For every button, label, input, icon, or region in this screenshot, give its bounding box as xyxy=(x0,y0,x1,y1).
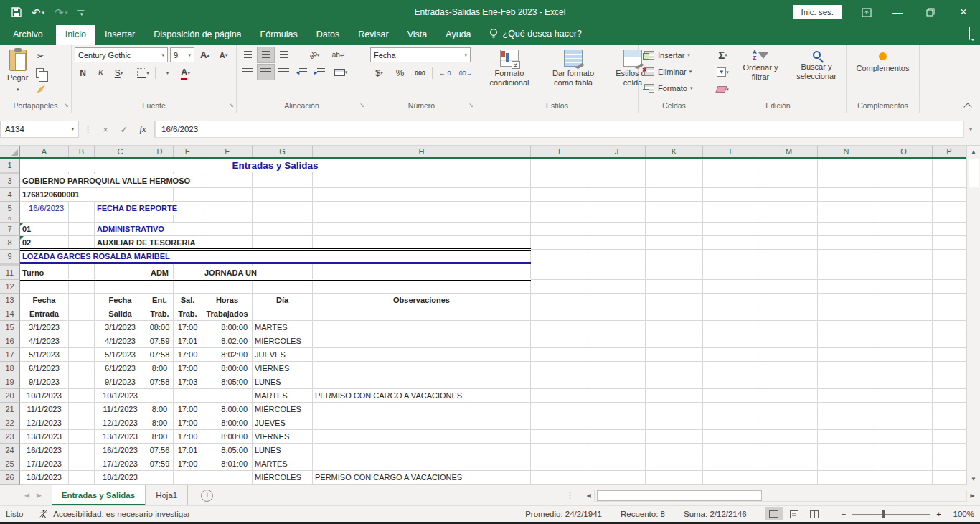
cell-I19[interactable] xyxy=(531,375,588,389)
drag-handle-icon[interactable]: ⋮ xyxy=(79,125,97,134)
cell-B15[interactable] xyxy=(69,321,95,334)
cell-J4[interactable] xyxy=(588,188,646,202)
cell-G23[interactable]: VIERNES xyxy=(253,430,313,444)
column-header-B[interactable]: B xyxy=(69,146,95,157)
cell-A4[interactable]: 1768120600001 xyxy=(20,188,146,202)
cell-I6[interactable] xyxy=(531,215,588,223)
cell-P8[interactable] xyxy=(933,236,966,250)
cell-K14[interactable] xyxy=(646,307,703,321)
cell-H20[interactable]: PERMISO CON CARGO A VACACIONES xyxy=(313,389,531,403)
cell-D13[interactable]: Ent. xyxy=(146,294,174,307)
scroll-up-arrow[interactable]: ▲ xyxy=(968,146,980,158)
cell-P11[interactable] xyxy=(933,266,966,280)
cell-L17[interactable] xyxy=(703,348,760,362)
cell-O26[interactable] xyxy=(875,471,933,485)
row-header-1[interactable]: 1 xyxy=(0,159,20,172)
cell-J21[interactable] xyxy=(588,403,646,416)
cell-H12[interactable] xyxy=(313,280,531,294)
cell-O25[interactable] xyxy=(875,457,933,471)
cell-D16[interactable]: 07:59 xyxy=(146,334,174,348)
cell-E26[interactable] xyxy=(174,471,202,485)
decrease-decimal-button[interactable]: .00→ xyxy=(457,65,473,80)
zoom-in-button[interactable]: + xyxy=(936,510,941,518)
cell-L13[interactable] xyxy=(703,294,760,307)
cell-I5[interactable] xyxy=(531,202,588,215)
cell-E25[interactable]: 17:00 xyxy=(174,457,202,471)
zoom-slider-thumb[interactable] xyxy=(882,510,885,518)
cell-P21[interactable] xyxy=(933,403,966,416)
cell-B12[interactable] xyxy=(69,280,95,294)
cell-J1[interactable] xyxy=(588,159,646,172)
row-header-17[interactable]: 17 xyxy=(0,348,20,362)
cell-D23[interactable]: 8:00 xyxy=(146,430,174,444)
cell-I8[interactable] xyxy=(531,236,588,250)
grow-font-button[interactable]: A▴ xyxy=(197,47,213,62)
align-bottom-button[interactable] xyxy=(275,47,292,62)
cell-A3[interactable]: GOBIERNO PARROQUIAL VALLE HERMOSO xyxy=(20,174,202,188)
cell-G24[interactable]: LUNES xyxy=(253,444,313,457)
tab-ayuda[interactable]: Ayuda xyxy=(436,25,480,45)
cell-H7[interactable] xyxy=(313,223,531,236)
cell-J11[interactable] xyxy=(588,266,646,280)
cell-N12[interactable] xyxy=(818,280,875,294)
cell-F22[interactable]: 8:00:00 xyxy=(202,416,253,430)
close-button[interactable]: × xyxy=(947,0,980,24)
scroll-down-arrow[interactable]: ▼ xyxy=(968,473,980,485)
cell-L4[interactable] xyxy=(703,188,760,202)
cell-K11[interactable] xyxy=(646,266,703,280)
cell-N13[interactable] xyxy=(818,294,875,307)
cell-J14[interactable] xyxy=(588,307,646,321)
cell-A21[interactable]: 11/1/2023 xyxy=(20,403,69,416)
cell-P4[interactable] xyxy=(933,188,966,202)
column-header-P[interactable]: P xyxy=(933,146,966,157)
cell-L14[interactable] xyxy=(703,307,760,321)
cell-J6[interactable] xyxy=(588,215,646,223)
font-name-combo[interactable]: Century Gothic▾ xyxy=(75,47,168,62)
column-header-L[interactable]: L xyxy=(703,146,760,157)
cell-E21[interactable]: 17:00 xyxy=(174,403,202,416)
cell-G22[interactable]: JUEVES xyxy=(253,416,313,430)
underline-button[interactable]: S▾ xyxy=(110,65,127,80)
cell-P20[interactable] xyxy=(933,389,966,403)
column-header-G[interactable]: G xyxy=(253,146,313,157)
cell-C12[interactable] xyxy=(95,280,146,294)
cell-P18[interactable] xyxy=(933,362,966,375)
cell-H17[interactable] xyxy=(313,348,531,362)
minimize-button[interactable]: — xyxy=(881,0,914,24)
cell-B17[interactable] xyxy=(69,348,95,362)
row-header-5[interactable]: 5 xyxy=(0,202,20,215)
cell-N25[interactable] xyxy=(818,457,875,471)
cell-A17[interactable]: 5/1/2023 xyxy=(20,348,69,362)
row-header-18[interactable]: 18 xyxy=(0,362,20,375)
cell-C19[interactable]: 9/1/2023 xyxy=(95,375,146,389)
cell-H13[interactable]: Observaciones xyxy=(313,294,531,307)
zoom-slider[interactable] xyxy=(852,514,930,515)
cell-F7[interactable] xyxy=(202,223,253,236)
horizontal-scrollbar[interactable]: ◀ ▶ xyxy=(583,485,978,505)
redo-button[interactable]: ↷▾ xyxy=(55,7,67,18)
cell-A22[interactable]: 12/1/2023 xyxy=(20,416,69,430)
cell-O3[interactable] xyxy=(875,174,933,188)
cell-J7[interactable] xyxy=(588,223,646,236)
cell-D20[interactable] xyxy=(146,389,174,403)
column-header-M[interactable]: M xyxy=(760,146,818,157)
cell-O5[interactable] xyxy=(875,202,933,215)
cell-C24[interactable]: 16/1/2023 xyxy=(95,444,146,457)
decrease-indent-button[interactable]: ◂ xyxy=(293,65,310,80)
cell-O1[interactable] xyxy=(875,159,933,172)
cell-P6[interactable] xyxy=(933,215,966,223)
cell-D25[interactable]: 07:59 xyxy=(146,457,174,471)
cell-O13[interactable] xyxy=(875,294,933,307)
cell-M5[interactable] xyxy=(760,202,818,215)
font-size-combo[interactable]: 9▾ xyxy=(170,47,194,62)
column-header-C[interactable]: C xyxy=(95,146,146,157)
splitter-icon[interactable]: ⋮ xyxy=(561,491,579,500)
wrap-text-button[interactable]: ab↵ xyxy=(328,47,349,62)
cell-K18[interactable] xyxy=(646,362,703,375)
increase-indent-button[interactable]: ▸ xyxy=(311,65,328,80)
cell-D6[interactable] xyxy=(146,215,174,223)
cell-L23[interactable] xyxy=(703,430,760,444)
cell-G5[interactable] xyxy=(253,202,313,215)
cell-N16[interactable] xyxy=(818,334,875,348)
sign-in-button[interactable]: Inic. ses. xyxy=(793,5,842,19)
